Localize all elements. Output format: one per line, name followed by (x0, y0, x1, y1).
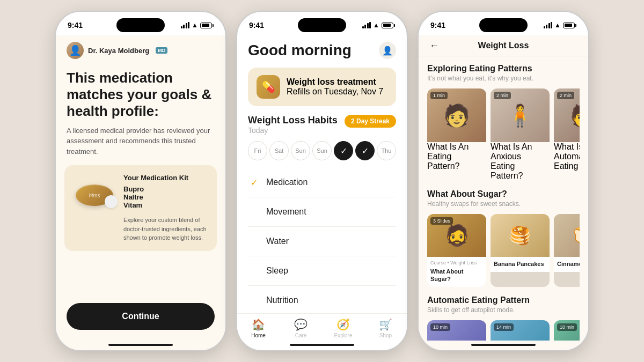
dynamic-island-3 (479, 18, 528, 32)
status-icons-2: ▲ (362, 21, 395, 29)
tab-shop[interactable]: 🛒 Shop (364, 318, 407, 338)
phone3-page-title: Weight Loss (478, 41, 529, 50)
habit-movement[interactable]: Movement (248, 197, 396, 227)
battery-1 (200, 23, 214, 28)
card-anxious-pattern[interactable]: 2 min 🧍 What Is An AnxiousEating Pattern… (491, 88, 550, 181)
habits-today: Today (248, 126, 338, 135)
day-sun1: Sun (291, 141, 310, 160)
phone-3: 9:41 ▲ ← Weight Loss Ex (418, 11, 589, 351)
continue-button[interactable]: Continue (67, 303, 215, 330)
wifi-icon-3: ▲ (554, 21, 561, 29)
battery-2 (382, 23, 395, 28)
day-fri: Fri (248, 141, 267, 160)
card-img-9: 10 min (554, 320, 580, 341)
home-indicator-2 (290, 344, 354, 346)
treatment-refill: Refills on Tuesday, Nov 7 (287, 87, 383, 97)
wifi-icon-1: ▲ (192, 21, 198, 29)
day-sun2: Sun (312, 141, 332, 160)
habit-label-medication: Medication (266, 178, 308, 187)
habit-medication[interactable]: ✓ Medication (248, 168, 396, 197)
explore-icon: 🧭 (336, 318, 350, 331)
care-icon: 💬 (294, 318, 308, 331)
greeting-row: Good morning 👤 (248, 42, 396, 59)
tab-bar: 🏠 Home 💬 Care 🧭 Explore 🛒 Shop (237, 313, 407, 341)
habit-water[interactable]: Water (248, 227, 396, 256)
explore-text: Explore your custom blend of doctor-trus… (123, 216, 208, 242)
card-label-2: What Is An AnxiousEating Pattern? (491, 142, 550, 181)
phone-2: 9:41 ▲ Good morning 👤 (236, 11, 408, 351)
habit-sleep[interactable]: Sleep (248, 256, 396, 286)
tab-home[interactable]: 🏠 Home (237, 318, 280, 338)
card-eating-pattern[interactable]: 1 min 🧑 What Is AnEating Pattern? (427, 88, 486, 181)
section3-title: Automatic Eating Pattern (427, 295, 580, 305)
habits-title: Weight Loss Habits (248, 115, 338, 126)
habit-label-movement: Movement (266, 207, 306, 217)
tab-home-label: Home (251, 333, 266, 338)
pill-image: hims (73, 174, 116, 217)
tab-shop-label: Shop (379, 333, 392, 338)
phones-container: 9:41 ▲ 👤 Dr. Kaya Moidberg M (0, 0, 644, 362)
card-sugar[interactable]: 3 Slides 🧔 Course • Weight Loss What Abo… (427, 214, 486, 287)
treatment-card[interactable]: 💊 Weight loss treatment Refills on Tuesd… (248, 68, 396, 106)
habit-check-movement (248, 206, 260, 218)
signal-icon-1 (181, 22, 190, 28)
card-title: Your Medication Kit (123, 174, 208, 182)
card-img-8: 14 min (491, 320, 550, 341)
back-arrow[interactable]: ← (429, 40, 439, 51)
card-label-4: Course • Weight Loss What About Sugar? (427, 257, 486, 287)
card-auto1[interactable]: 10 min (427, 320, 486, 341)
treatment-info: Weight loss treatment Refills on Tuesday… (287, 77, 383, 97)
card-img-6: 🍞 (554, 214, 580, 257)
card-img-5: 🥞 (491, 214, 550, 257)
phone3-scroll: Exploring Eating Patterns It's not what … (419, 56, 588, 341)
profile-icon[interactable]: 👤 (379, 42, 396, 59)
day-sat: Sat (269, 141, 289, 160)
habit-nutrition[interactable]: Nutrition (248, 286, 396, 313)
section2-title: What About Sugar? (427, 189, 580, 199)
phone1-subtitle: A licensed medical provider has reviewed… (67, 125, 215, 157)
card-duration-1: 1 min (430, 92, 448, 99)
status-time-2: 9:41 (249, 21, 264, 29)
section1-subtitle: It's not what you eat, it's why you eat. (427, 75, 580, 82)
battery-3 (563, 23, 576, 28)
home-indicator-3 (471, 344, 536, 346)
status-icons-1: ▲ (181, 21, 214, 29)
card-duration-7: 10 min (430, 323, 450, 331)
card-label-6: Cinnamo... (554, 257, 580, 272)
medication-info: Your Medication Kit BuproNaltreVitam Exp… (123, 174, 208, 242)
wifi-icon-2: ▲ (373, 21, 379, 29)
card-img-1: 1 min 🧑 (427, 88, 486, 142)
doctor-name: Dr. Kaya Moidberg (88, 47, 149, 55)
pill-small (105, 195, 118, 208)
card-automatic-pattern[interactable]: 2 min 🧑 What IsAutomaticEating P... (554, 88, 580, 181)
habit-check-medication: ✓ (248, 176, 260, 188)
tab-explore[interactable]: 🧭 Explore (322, 318, 364, 338)
home-indicator-1 (108, 344, 173, 346)
home-icon: 🏠 (252, 318, 265, 331)
habit-label-sleep: Sleep (266, 266, 288, 276)
section1-cards: 1 min 🧑 What Is AnEating Pattern? 2 min … (427, 88, 580, 181)
card-auto3[interactable]: 10 min (554, 320, 580, 341)
habit-check-sleep (248, 265, 260, 277)
habits-header: Weight Loss Habits Today 2 Day Streak (248, 115, 396, 135)
day-checked1: ✓ (334, 141, 353, 160)
treatment-name: Weight loss treatment (287, 77, 383, 87)
shop-icon: 🛒 (379, 318, 392, 331)
greeting-title: Good morning (248, 42, 352, 59)
habit-label-nutrition: Nutrition (266, 295, 298, 305)
card-cinnamon[interactable]: 🍞 Cinnamo... (554, 214, 580, 287)
phone1-header: 👤 Dr. Kaya Moidberg MD (56, 35, 225, 63)
card-img-7: 10 min (427, 320, 486, 341)
day-checked2: ✓ (355, 141, 375, 160)
card-banana-pancakes[interactable]: 🥞 Banana Pancakes (491, 214, 550, 287)
status-time-1: 9:41 (68, 21, 83, 29)
habit-check-nutrition (248, 294, 260, 306)
card-auto2[interactable]: 14 min (491, 320, 550, 341)
card-label-1: What Is AnEating Pattern? (427, 142, 486, 171)
md-badge: MD (156, 47, 167, 54)
dynamic-island-1 (116, 18, 165, 32)
medication-card: hims Your Medication Kit BuproNaltreVita… (64, 165, 217, 251)
card-duration-8: 14 min (494, 323, 514, 331)
dynamic-island-2 (298, 18, 346, 32)
tab-care[interactable]: 💬 Care (280, 318, 322, 338)
